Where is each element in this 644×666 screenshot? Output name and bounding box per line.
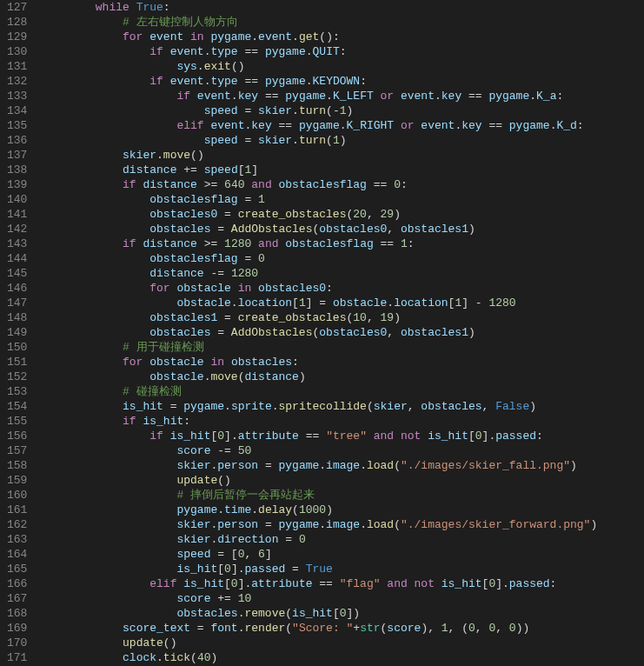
code-line: while True: — [41, 0, 644, 15]
line-number: 139 — [7, 177, 27, 192]
line-number: 161 — [7, 503, 27, 517]
line-number: 157 — [7, 443, 27, 458]
code-line: obstacles0 = create_obstacles(20, 29) — [41, 207, 644, 222]
line-number: 152 — [7, 370, 27, 384]
line-number: 131 — [7, 59, 27, 74]
line-number: 129 — [7, 30, 27, 44]
code-line: score -= 50 — [41, 443, 644, 458]
code-line: # 用于碰撞检测 — [41, 340, 644, 355]
code-area[interactable]: while True: # 左右键控制人物方向 for event in pyg… — [37, 0, 644, 666]
code-line: if distance >= 1280 and obstaclesflag ==… — [41, 236, 644, 251]
line-number: 151 — [7, 355, 27, 370]
code-line: for obstacle in obstacles0: — [41, 281, 644, 296]
line-number: 171 — [7, 650, 27, 665]
line-number: 150 — [7, 340, 27, 355]
line-number: 160 — [7, 488, 27, 503]
code-line: obstacles = AddObstacles(obstacles0, obs… — [41, 325, 644, 340]
line-number: 168 — [7, 606, 27, 621]
line-number: 144 — [7, 251, 27, 266]
code-line: if event.key == pygame.K_LEFT or event.k… — [41, 89, 644, 103]
code-line: for obstacle in obstacles: — [41, 355, 644, 370]
line-number: 166 — [7, 576, 27, 591]
code-line: speed = skier.turn(1) — [41, 133, 644, 148]
line-number: 154 — [7, 399, 27, 414]
code-line: if is_hit[0].attribute == "tree" and not… — [41, 429, 644, 443]
code-line: clock.tick(40) — [41, 650, 644, 665]
code-line: speed = [0, 6] — [41, 547, 644, 562]
code-line: obstacles.remove(is_hit[0]) — [41, 606, 644, 621]
code-line: if event.type == pygame.QUIT: — [41, 44, 644, 59]
line-number: 153 — [7, 384, 27, 399]
line-number: 128 — [7, 15, 27, 30]
line-number: 142 — [7, 222, 27, 236]
code-line: obstacles1 = create_obstacles(10, 19) — [41, 310, 644, 325]
line-number: 137 — [7, 148, 27, 163]
line-number: 164 — [7, 547, 27, 562]
code-line: sys.exit() — [41, 59, 644, 74]
code-line: is_hit = pygame.sprite.spritecollide(ski… — [41, 399, 644, 414]
code-line: for event in pygame.event.get(): — [41, 30, 644, 44]
line-number: 148 — [7, 310, 27, 325]
line-number: 127 — [7, 0, 27, 15]
code-line: obstacle.move(distance) — [41, 370, 644, 384]
line-number-gutter: 1271281291301311321331341351361371381391… — [0, 0, 37, 666]
code-line: speed = skier.turn(-1) — [41, 103, 644, 118]
code-line: distance -= 1280 — [41, 266, 644, 281]
code-line: if distance >= 640 and obstaclesflag == … — [41, 177, 644, 192]
code-line: obstaclesflag = 1 — [41, 192, 644, 207]
code-line: skier.person = pygame.image.load("./imag… — [41, 458, 644, 473]
code-line: elif is_hit[0].attribute == "flag" and n… — [41, 576, 644, 591]
line-number: 167 — [7, 591, 27, 606]
line-number: 135 — [7, 118, 27, 133]
code-line: pygame.time.delay(1000) — [41, 503, 644, 517]
line-number: 170 — [7, 636, 27, 650]
line-number: 130 — [7, 44, 27, 59]
code-line: score += 10 — [41, 591, 644, 606]
code-line: obstaclesflag = 0 — [41, 251, 644, 266]
line-number: 140 — [7, 192, 27, 207]
line-number: 158 — [7, 458, 27, 473]
code-line: obstacle.location[1] = obstacle.location… — [41, 296, 644, 310]
code-line: # 左右键控制人物方向 — [41, 15, 644, 30]
line-number: 169 — [7, 621, 27, 636]
line-number: 145 — [7, 266, 27, 281]
line-number: 141 — [7, 207, 27, 222]
line-number: 155 — [7, 414, 27, 429]
line-number: 149 — [7, 325, 27, 340]
line-number: 159 — [7, 473, 27, 488]
line-number: 163 — [7, 532, 27, 547]
code-line: if is_hit: — [41, 414, 644, 429]
line-number: 134 — [7, 103, 27, 118]
code-line: is_hit[0].passed = True — [41, 562, 644, 576]
line-number: 162 — [7, 517, 27, 532]
line-number: 132 — [7, 74, 27, 89]
code-line: skier.direction = 0 — [41, 532, 644, 547]
line-number: 156 — [7, 429, 27, 443]
line-number: 143 — [7, 236, 27, 251]
code-line: score_text = font.render("Score: "+str(s… — [41, 621, 644, 636]
code-editor: 1271281291301311321331341351361371381391… — [0, 0, 644, 666]
line-number: 133 — [7, 89, 27, 103]
code-line: # 摔倒后暂停一会再站起来 — [41, 488, 644, 503]
code-line: elif event.key == pygame.K_RIGHT or even… — [41, 118, 644, 133]
line-number: 146 — [7, 281, 27, 296]
code-line: skier.person = pygame.image.load("./imag… — [41, 517, 644, 532]
line-number: 138 — [7, 163, 27, 177]
code-line: obstacles = AddObstacles(obstacles0, obs… — [41, 222, 644, 236]
code-line: update() — [41, 636, 644, 650]
line-number: 147 — [7, 296, 27, 310]
code-line: distance += speed[1] — [41, 163, 644, 177]
code-line: if event.type == pygame.KEYDOWN: — [41, 74, 644, 89]
line-number: 136 — [7, 133, 27, 148]
code-line: # 碰撞检测 — [41, 384, 644, 399]
code-line: update() — [41, 473, 644, 488]
line-number: 165 — [7, 562, 27, 576]
code-line: skier.move() — [41, 148, 644, 163]
